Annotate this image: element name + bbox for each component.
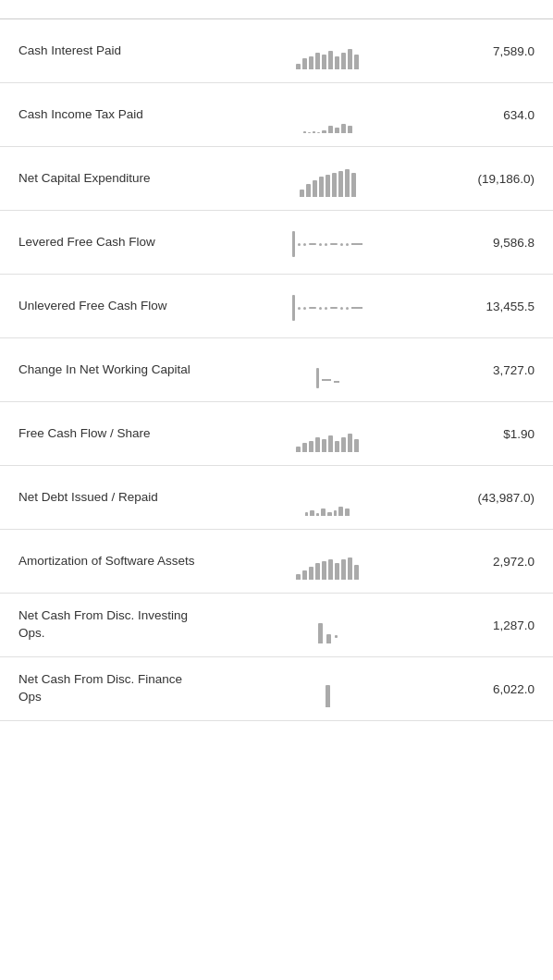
table-row: Net Capital Expenditure(19,186.0) [0,147,553,211]
row-value: 3,727.0 [451,363,535,377]
mini-chart [203,160,451,197]
header-row [0,0,553,19]
table-row: Levered Free Cash Flow9,586.8 [0,211,553,275]
mini-chart [203,543,451,580]
row-label: Change In Net Working Capital [18,361,203,379]
mini-chart [203,288,451,325]
row-label: Net Cash From Disc. Finance Ops [18,671,203,706]
row-value: (19,186.0) [451,172,535,186]
row-label: Levered Free Cash Flow [18,234,203,251]
mini-chart [203,479,451,516]
table-row: Amortization of Software Assets2,972.0 [0,530,553,594]
row-label: Free Cash Flow / Share [18,425,203,443]
row-value: 1,287.0 [451,619,535,632]
row-value: 2,972.0 [451,555,535,569]
mini-chart [203,224,451,261]
mini-chart [203,606,451,643]
mini-chart [203,415,451,452]
table-row: Cash Income Tax Paid634.0 [0,83,553,147]
table-row: Free Cash Flow / Share$1.90 [0,402,553,466]
table-row: Net Cash From Disc. Investing Ops.1,287.… [0,594,553,657]
row-label: Cash Income Tax Paid [18,106,203,124]
row-value: 9,586.8 [451,236,535,250]
mini-chart [203,32,451,69]
row-value: $1.90 [451,427,535,441]
mini-chart [203,351,451,388]
mini-chart [203,670,451,707]
table-row: Unlevered Free Cash Flow13,455.5 [0,275,553,338]
row-value: 13,455.5 [451,300,535,313]
row-value: 6,022.0 [451,682,535,696]
table-row: Change In Net Working Capital3,727.0 [0,338,553,402]
row-label: Cash Interest Paid [18,43,203,60]
mini-chart [203,96,451,133]
row-label: Amortization of Software Assets [18,553,203,570]
table-row: Net Debt Issued / Repaid(43,987.0) [0,466,553,530]
row-label: Unlevered Free Cash Flow [18,298,203,315]
row-label: Net Capital Expenditure [18,170,203,188]
row-label: Net Cash From Disc. Investing Ops. [18,607,203,643]
row-label: Net Debt Issued / Repaid [18,489,203,507]
row-value: 634.0 [451,108,535,122]
row-value: (43,987.0) [451,491,535,505]
table-row: Cash Interest Paid7,589.0 [0,19,553,83]
row-value: 7,589.0 [451,44,535,58]
table-row: Net Cash From Disc. Finance Ops6,022.0 [0,657,553,721]
